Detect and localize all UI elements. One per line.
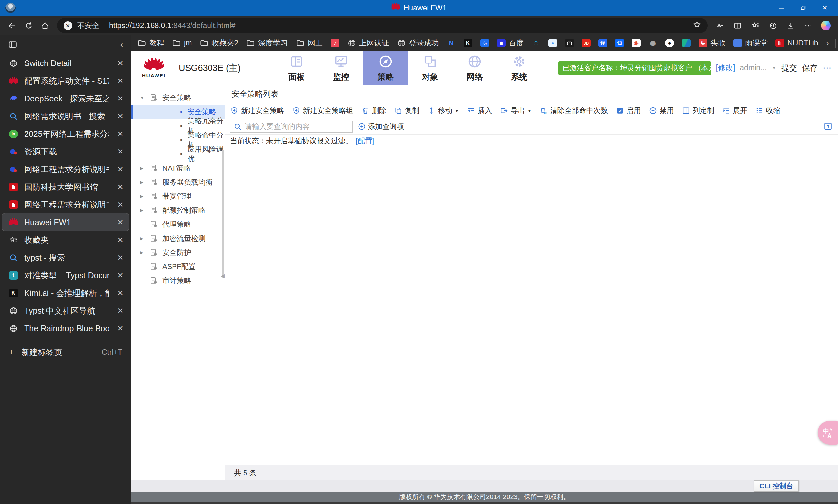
toolbar-导出[interactable]: 导出▼ (500, 106, 532, 115)
copilot-icon[interactable] (818, 18, 834, 33)
nav-策略[interactable]: 策略 (363, 51, 408, 85)
restore-button[interactable] (792, 0, 814, 16)
sidebar-tab[interactable]: 网络工程需求分析说明书 _✕ (2, 196, 129, 213)
tree-arrow-icon[interactable]: ▶ (140, 194, 149, 199)
bookmark-item[interactable] (682, 39, 691, 48)
history-icon[interactable] (765, 18, 780, 33)
close-tab-icon[interactable]: ✕ (114, 93, 126, 104)
bookmark-item[interactable]: K (464, 39, 473, 48)
close-tab-icon[interactable]: ✕ (114, 146, 126, 158)
tree-scrollbar[interactable] (221, 149, 224, 278)
sidebar-tab[interactable]: DeepSeek - 探索未至之境✕ (2, 90, 129, 107)
cli-console-button[interactable]: CLI 控制台 (754, 481, 799, 491)
bookmark-item[interactable]: 收藏夹2 (200, 38, 238, 48)
toolbar-收缩[interactable]: 收缩 (755, 106, 780, 115)
sidebar-tab[interactable]: KKimi.ai - 会推理解析，能深度思考✕ (2, 284, 129, 302)
submit-button[interactable]: 提交 (781, 63, 797, 73)
bookmark-item[interactable]: ✦ (548, 39, 557, 48)
tree-item-配额控制策略[interactable]: ▶配额控制策略 (131, 203, 225, 217)
bookmark-item[interactable]: 上网认证 (347, 38, 389, 48)
tree-item-安全防护[interactable]: ▶安全防护 (131, 246, 225, 259)
close-tab-icon[interactable]: ✕ (114, 57, 126, 69)
tree-item-ASPF配置[interactable]: ASPF配置 (131, 259, 225, 274)
sidebar-tab[interactable]: The Raindrop-Blue Book (Typst中✕ (2, 320, 129, 337)
close-tab-icon[interactable]: ✕ (114, 269, 126, 281)
close-tab-icon[interactable]: ✕ (114, 75, 126, 87)
close-tab-icon[interactable]: ✕ (114, 216, 126, 228)
toolbar-新建安全策略[interactable]: 新建安全策略 (230, 106, 284, 115)
toolbar-删除[interactable]: 删除 (361, 106, 386, 115)
bookmark-item[interactable]: 深度学习 (246, 38, 288, 48)
minimize-button[interactable]: ─ (770, 0, 792, 16)
query-filter-icon[interactable] (823, 122, 833, 131)
close-tab-icon[interactable]: ✕ (114, 305, 126, 317)
toolbar-新建安全策略组[interactable]: 新建安全策略组 (292, 106, 353, 115)
close-tab-icon[interactable]: ✕ (114, 234, 126, 246)
close-tab-icon[interactable]: ✕ (114, 181, 126, 193)
tree-arrow-icon[interactable]: ▶ (140, 236, 149, 241)
bookmark-item[interactable]: 网工 (296, 38, 323, 48)
bookmark-item[interactable]: ◎ (480, 39, 489, 48)
toolbar-列定制[interactable]: 列定制 (682, 106, 714, 115)
back-button[interactable] (4, 18, 20, 33)
tree-item-审计策略[interactable]: 审计策略 (131, 274, 225, 288)
sidebar-tab[interactable]: 资源下载✕ (2, 143, 129, 160)
bookmark-item[interactable]: jm (172, 39, 192, 48)
bookmark-item[interactable]: 百百度 (497, 38, 524, 48)
bookmark-item[interactable]: 知 (615, 39, 624, 48)
bookmark-item[interactable]: 教程 (138, 38, 164, 48)
sidebar-tab[interactable]: 收藏夹✕ (2, 231, 129, 249)
sidebar-tab[interactable]: in2025年网络工程需求分析说明书样✕ (2, 125, 129, 143)
collapse-sidebar-icon[interactable]: ‹ (120, 39, 123, 50)
sidebar-tab[interactable]: Switch Detail✕ (2, 54, 129, 72)
toolbar-插入[interactable]: 插入 (467, 106, 492, 115)
home-button[interactable] (37, 18, 52, 33)
favorites-icon[interactable] (748, 18, 763, 33)
tree-arrow-icon[interactable]: ▶ (140, 208, 149, 213)
toolbar-复制[interactable]: 复制 (394, 106, 419, 115)
sidebar-tab[interactable]: 国防科技大学图书馆✕ (2, 178, 129, 196)
modify-link[interactable]: [修改] (716, 63, 735, 73)
header-more-icon[interactable]: ⋯ (823, 62, 833, 73)
close-tab-icon[interactable]: ✕ (114, 322, 126, 334)
search-box[interactable] (230, 121, 353, 132)
nav-面板[interactable]: 面板 (274, 51, 319, 85)
sidebar-tab[interactable]: 网络工程需求分析说明书.doc-ITAD✕ (2, 160, 129, 178)
nav-对象[interactable]: 对象 (408, 51, 452, 85)
bookmark-item[interactable] (565, 39, 574, 48)
toolbar-移动[interactable]: 移动▼ (427, 106, 459, 115)
tree-collapse-handle[interactable]: ◀ (221, 273, 225, 279)
tree-arrow-icon[interactable]: ▶ (140, 180, 149, 184)
tree-item-代理策略[interactable]: 代理策略 (131, 217, 225, 231)
close-button[interactable]: ✕ (814, 0, 835, 16)
close-tab-icon[interactable]: ✕ (114, 252, 126, 264)
sidebar-tab[interactable]: 配置系统启动文件 - S1720, S2700,✕ (2, 72, 129, 90)
browser-essentials-icon[interactable] (712, 18, 727, 33)
user-dropdown-caret[interactable]: ▼ (771, 65, 777, 71)
search-input[interactable] (245, 122, 349, 131)
tab-panel-icon[interactable] (8, 40, 18, 50)
add-query-button[interactable]: 添加查询项 (358, 122, 404, 131)
bookmark-item[interactable]: N (447, 39, 456, 48)
bookmark-item[interactable]: ◉ (632, 39, 641, 48)
tree-arrow-icon[interactable]: ▼ (140, 95, 149, 100)
tree-item-安全策略[interactable]: ▼安全策略 (131, 91, 225, 105)
downloads-icon[interactable] (783, 18, 798, 33)
sidebar-tab[interactable]: t对准类型 – Typst Documentation✕ (2, 266, 129, 284)
nav-系统[interactable]: 系统 (497, 51, 541, 85)
tree-arrow-icon[interactable]: ▶ (140, 250, 149, 255)
close-tab-icon[interactable]: ✕ (114, 199, 126, 211)
toolbar-禁用[interactable]: 禁用 (649, 106, 674, 115)
tree-item-加密流量检测[interactable]: ▶加密流量检测 (131, 231, 225, 246)
more-menu-icon[interactable] (801, 18, 816, 33)
nav-监控[interactable]: 监控 (319, 51, 363, 85)
tree-arrow-icon[interactable]: ▶ (140, 166, 149, 170)
bookmark-item[interactable]: 译 (599, 39, 607, 48)
bookmark-item[interactable]: 登录成功 (397, 38, 439, 48)
tree-item-带宽管理[interactable]: ▶带宽管理 (131, 189, 225, 203)
toolbar-清除全部命中次数[interactable]: 00清除全部命中次数 (539, 106, 608, 115)
bookmark-item[interactable]: ● (665, 39, 674, 48)
close-tab-icon[interactable]: ✕ (114, 128, 126, 140)
config-link[interactable]: [配置] (356, 136, 374, 146)
bookmark-item[interactable]: ♪ (331, 39, 339, 48)
